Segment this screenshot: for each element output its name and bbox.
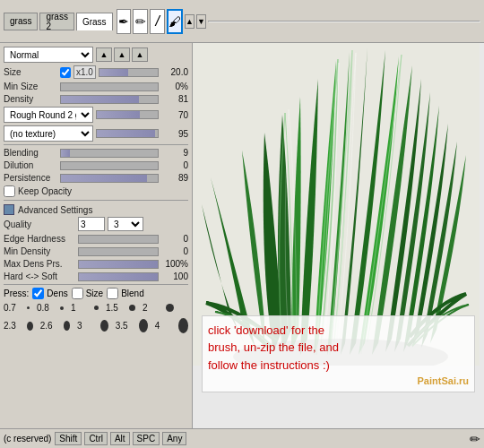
min-density-value: 0 [161,246,188,256]
size-row: Size x1.0 20.0 [4,65,188,79]
dot-val-3: 3 [77,321,93,331]
texture-slider[interactable] [96,129,159,138]
min-size-slider[interactable] [60,82,159,91]
min-size-row: Min Size 0% [4,82,188,91]
advanced-settings-header: Advanced Settings [4,204,188,215]
density-value: 81 [161,94,188,104]
brush-icon-3[interactable]: / [150,9,165,34]
blending-label: Blending [4,148,57,158]
dot-val-35: 3.5 [116,321,132,331]
scroll-down-icon[interactable]: ▼ [196,14,206,29]
keep-opacity-label: Keep Opacity [18,186,72,196]
press-blend-checkbox[interactable] [107,288,118,299]
brush-tab-grass[interactable]: grass [4,13,38,30]
blending-slider[interactable] [60,149,159,158]
max-dens-prs-slider[interactable] [78,260,159,269]
size-label: Size [4,67,57,77]
density-row: Density 81 [4,94,188,104]
edge-hardness-slider[interactable] [78,235,159,244]
dot-6[interactable] [27,322,33,331]
hard-soft-slider[interactable] [78,272,159,281]
quality-input[interactable] [78,217,105,231]
edge-hardness-label: Edge Hardness [4,234,75,244]
persistence-value: 89 [161,173,188,183]
status-shift[interactable]: Shift [55,432,82,445]
dots-row-1: 0.7 0.8 1 1.5 2 [4,303,188,313]
quality-select[interactable]: 3 [108,217,143,231]
dot-9[interactable] [139,319,148,332]
status-spc[interactable]: SPC [133,432,160,445]
brush-icon-4[interactable]: 🖌 [167,9,183,34]
dots-area: 0.7 0.8 1 1.5 2 2.3 2.6 3 3.5 4 [4,299,188,337]
size-checkbox[interactable] [60,67,71,78]
blend-arrow-2[interactable]: ▲ [114,47,130,62]
watermark: PaintSai.ru [208,375,469,386]
brush-tab-grass-active[interactable]: Grass [76,13,113,30]
copyright-text: (c reserved) [4,434,51,444]
dot-7[interactable] [64,321,70,331]
dot-5[interactable] [166,304,174,312]
texture-row: (no texture) 95 [4,125,188,142]
max-dens-prs-label: Max Dens Prs. [4,259,75,269]
press-dens-checkbox[interactable] [32,288,44,299]
brush-type-slider[interactable] [96,110,159,119]
max-dens-prs-value: 100% [161,259,188,269]
dot-val-07: 0.7 [4,303,20,313]
dilution-label: Dilution [4,160,57,170]
instruction-line2: brush, un-zip the file, and [208,340,339,354]
status-ctrl[interactable]: Ctrl [84,432,108,445]
size-value: 20.0 [161,67,188,77]
edge-hardness-value: 0 [161,234,188,244]
density-label: Density [4,94,57,104]
quality-row: Quality 3 [4,217,188,231]
left-panel: Normal Multiply Screen ▲ ▲ ▲ Size x1.0 2… [0,43,193,428]
blend-arrow-3[interactable]: ▲ [132,47,148,62]
blend-mode-select[interactable]: Normal Multiply Screen [4,47,93,63]
dot-val-08: 0.8 [37,303,53,313]
scroll-up-icon[interactable]: ▲ [185,14,194,29]
instruction-line3: follow the instructions :) [208,358,330,372]
dilution-value: 0 [161,160,188,170]
brush-type-select[interactable]: Rough Round 2 gr [4,107,93,123]
pen-icon: ✏ [470,432,480,446]
dot-2[interactable] [60,306,64,310]
brush-type-row: Rough Round 2 gr 70 [4,107,188,123]
blending-value: 9 [161,148,188,158]
dot-4[interactable] [129,305,135,311]
top-toolbar: grass grass 2 Grass ✒ ✏ / 🖌 ▲ ▼ [0,0,484,43]
dots-row-2: 2.3 2.6 3 3.5 4 [4,318,188,333]
advanced-label: Advanced Settings [18,205,92,215]
keep-opacity-row: Keep Opacity [4,185,188,197]
instruction-area: click 'download' for the brush, un-zip t… [202,315,475,393]
quality-label: Quality [4,220,75,229]
blend-arrow-1[interactable]: ▲ [96,47,112,62]
hard-soft-label: Hard <-> Soft [4,271,75,281]
brush-icon-1[interactable]: ✒ [117,9,132,34]
dot-3[interactable] [94,306,99,310]
status-any[interactable]: Any [162,432,186,445]
press-size-checkbox[interactable] [72,288,83,299]
instruction-text: click 'download' for the brush, un-zip t… [208,322,469,375]
dot-10[interactable] [178,318,188,333]
press-size-label: Size [72,288,103,299]
brush-icon-2[interactable]: ✏ [133,9,148,34]
texture-select[interactable]: (no texture) [4,125,93,142]
texture-value: 95 [161,129,188,139]
dilution-slider[interactable] [60,161,159,170]
status-alt[interactable]: Alt [110,432,130,445]
advanced-icon [4,204,14,215]
statusbar: (c reserved) Shift Ctrl Alt SPC Any ✏ [0,428,484,448]
keep-opacity-checkbox[interactable] [4,185,15,197]
blend-mode-row: Normal Multiply Screen ▲ ▲ ▲ [4,47,188,63]
size-slider[interactable] [99,68,159,77]
min-density-row: Min Density 0 [4,246,188,256]
dot-8[interactable] [100,320,108,332]
max-dens-prs-row: Max Dens Prs. 100% [4,259,188,269]
brush-tab-grass2[interactable]: grass 2 [39,13,73,30]
persistence-slider[interactable] [60,174,159,183]
instruction-line1: click 'download' for the [208,323,324,337]
density-slider[interactable] [60,95,159,104]
canvas-area[interactable]: click 'download' for the brush, un-zip t… [193,43,484,428]
dot-1[interactable] [27,306,30,309]
min-density-slider[interactable] [78,247,159,256]
